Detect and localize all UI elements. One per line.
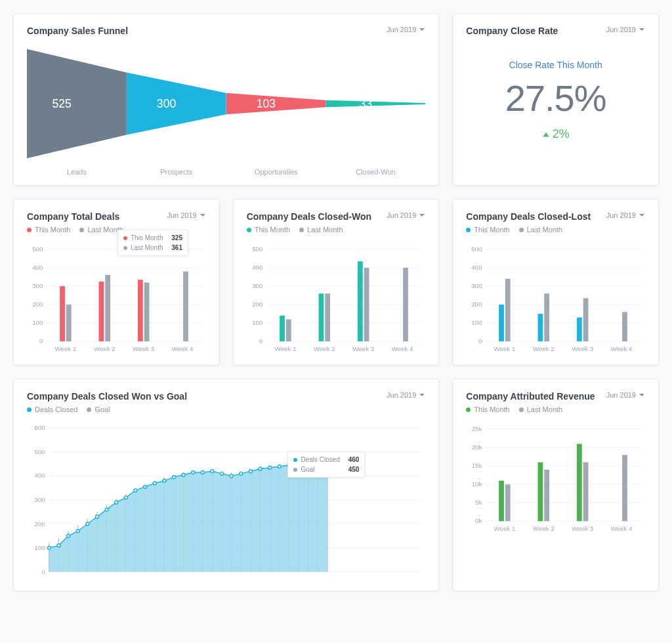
svg-text:Week 2: Week 2	[94, 345, 116, 352]
svg-text:Week 2: Week 2	[533, 525, 555, 532]
bullet-icon	[519, 407, 524, 412]
bullet-icon	[466, 407, 471, 412]
svg-rect-172	[622, 455, 627, 521]
svg-point-131	[144, 485, 147, 488]
bullet-icon	[247, 228, 251, 232]
bar-chart: 0100200300400500Week 1Week 2Week 3Week 4	[27, 244, 206, 356]
svg-rect-66	[499, 304, 504, 341]
funnel-card: Company Sales Funnel Jun 2019 5253001033…	[13, 13, 439, 186]
bar-chart: 0100200300400500Week 1Week 2Week 3Week 4	[466, 244, 645, 356]
svg-marker-4	[226, 93, 326, 115]
svg-text:500: 500	[471, 245, 482, 253]
svg-point-142	[249, 470, 252, 473]
svg-text:0: 0	[41, 568, 45, 575]
svg-point-121	[47, 547, 51, 550]
svg-text:Week 1: Week 1	[494, 345, 516, 352]
svg-text:200: 200	[32, 301, 43, 308]
bullet-icon	[27, 407, 32, 412]
svg-text:300: 300	[32, 282, 43, 289]
svg-text:103: 103	[257, 97, 276, 110]
card-title: Company Deals Closed Won vs Goal	[27, 391, 187, 402]
svg-rect-50	[364, 268, 369, 341]
svg-point-136	[192, 471, 195, 474]
svg-point-141	[240, 472, 243, 475]
svg-rect-164	[505, 484, 511, 521]
date-label: Jun 2019	[167, 211, 196, 219]
svg-point-127	[105, 508, 108, 511]
date-selector[interactable]: Jun 2019	[606, 391, 645, 399]
svg-text:33: 33	[359, 97, 372, 110]
svg-point-140	[230, 474, 233, 478]
revenue-card: Company Attributed Revenue Jun 2019 This…	[452, 379, 659, 591]
date-label: Jun 2019	[606, 391, 636, 399]
close-rate-caption: Close Rate This Month	[509, 60, 602, 70]
funnel-stage-labels: LeadsProspectsOpportunitiesClosed-Won	[27, 168, 425, 176]
svg-rect-170	[583, 463, 589, 522]
svg-text:Week 4: Week 4	[391, 345, 413, 352]
svg-point-144	[268, 466, 272, 469]
close-rate-value: 27.5%	[505, 77, 606, 119]
svg-rect-167	[545, 470, 550, 522]
svg-text:400: 400	[471, 264, 482, 271]
svg-rect-70	[545, 293, 550, 341]
svg-rect-21	[66, 304, 72, 341]
svg-text:Week 3: Week 3	[133, 345, 154, 352]
closed-lost-card: Company Deals Closed-Lost Jun 2019 This …	[452, 199, 659, 365]
svg-text:10k: 10k	[472, 480, 482, 487]
bar-chart: 0k5k10k15k20k25kWeek 1Week 2Week 3Week 4	[466, 424, 645, 535]
date-selector[interactable]: Jun 2019	[606, 211, 645, 219]
closed-won-card: Company Deals Closed-Won Jun 2019 This M…	[233, 199, 440, 365]
svg-rect-73	[583, 298, 589, 341]
svg-text:400: 400	[32, 264, 43, 271]
svg-text:500: 500	[34, 448, 45, 455]
svg-marker-0	[27, 49, 127, 159]
bullet-icon	[466, 228, 471, 232]
svg-text:600: 600	[34, 424, 45, 431]
chevron-down-icon	[639, 392, 645, 398]
date-selector[interactable]: Jun 2019	[387, 211, 425, 219]
svg-point-137	[201, 471, 204, 474]
svg-point-124	[76, 529, 79, 533]
date-selector[interactable]: Jun 2019	[167, 211, 205, 219]
date-label: Jun 2019	[387, 391, 416, 399]
svg-text:15k: 15k	[472, 462, 482, 469]
card-title: Company Close Rate	[466, 26, 558, 36]
chart-tooltip: This Month 325 Last Month 361	[117, 230, 188, 256]
card-title: Company Sales Funnel	[27, 26, 128, 36]
svg-point-134	[172, 476, 175, 479]
svg-text:300: 300	[157, 97, 177, 110]
svg-rect-46	[318, 293, 324, 341]
svg-text:Week 1: Week 1	[274, 345, 296, 352]
bar-chart: 0100200300400500Week 1Week 2Week 3Week 4	[247, 244, 426, 356]
date-label: Jun 2019	[387, 211, 416, 219]
bullet-icon	[299, 228, 304, 232]
svg-text:Week 4: Week 4	[611, 345, 633, 352]
svg-point-122	[57, 544, 60, 547]
svg-text:300: 300	[34, 496, 45, 503]
svg-rect-67	[505, 279, 511, 341]
date-selector[interactable]: Jun 2019	[606, 26, 645, 33]
svg-point-125	[86, 522, 89, 526]
card-title: Company Total Deals	[27, 211, 119, 222]
svg-rect-52	[403, 268, 408, 341]
card-title: Company Deals Closed-Won	[247, 211, 371, 222]
area-chart: 0100200300400500600	[27, 424, 425, 581]
svg-text:200: 200	[34, 520, 45, 528]
svg-rect-47	[325, 293, 330, 341]
svg-text:Week 1: Week 1	[494, 525, 516, 532]
chevron-down-icon	[419, 212, 425, 218]
svg-text:200: 200	[252, 301, 263, 308]
svg-rect-23	[99, 281, 104, 341]
date-selector[interactable]: Jun 2019	[387, 391, 425, 399]
legend: This Month Last Month	[247, 226, 426, 234]
svg-text:300: 300	[471, 282, 482, 289]
svg-point-123	[67, 534, 70, 537]
svg-point-130	[134, 489, 137, 492]
svg-rect-72	[577, 318, 582, 341]
svg-text:Week 3: Week 3	[352, 345, 374, 352]
date-selector[interactable]: Jun 2019	[387, 26, 425, 33]
svg-rect-29	[183, 272, 188, 342]
svg-rect-44	[286, 320, 291, 342]
chevron-down-icon	[200, 212, 206, 218]
legend: This Month Last Month	[466, 226, 645, 234]
